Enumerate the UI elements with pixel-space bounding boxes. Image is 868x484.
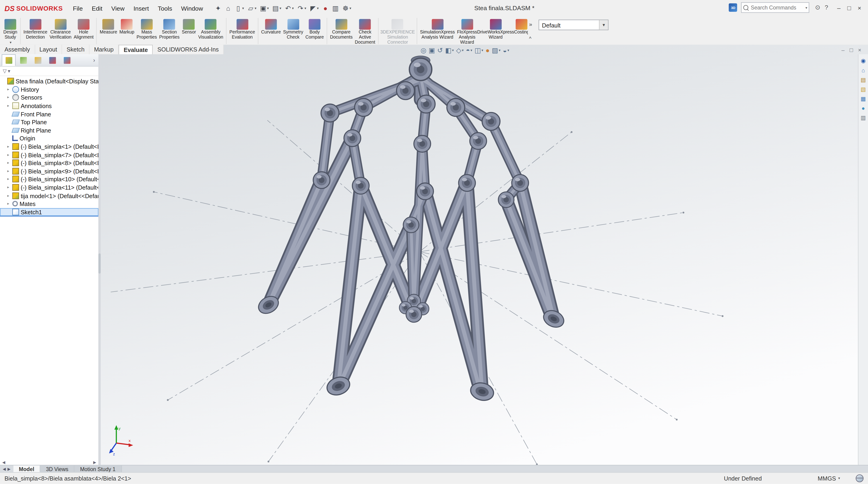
tree-item[interactable]: ▸ (-) Biela_simpla<7> (Default<Display S…	[0, 151, 98, 159]
graphics-viewport[interactable]: y x z ◎▾▣▾↺▾◧▾◇▾◓▾◫▾●▾▨▾◒▾ –□×	[101, 45, 868, 465]
panel-splitter[interactable]	[98, 54, 101, 465]
design-library-icon[interactable]: ▤	[861, 77, 866, 83]
user-account-icon[interactable]: ⊙	[813, 3, 822, 12]
document-minimize-icon[interactable]: –	[841, 47, 844, 53]
pin-icon[interactable]: ✦▾	[213, 4, 223, 13]
tab-solidworks-add-ins[interactable]: SOLIDWORKS Add-Ins	[153, 45, 224, 54]
driveworksxpress-wizard-button[interactable]: DriveWorksXpress Wizard ▾	[478, 18, 513, 44]
menu-item[interactable]: Insert	[129, 3, 153, 13]
costing-button[interactable]: Costing ▾	[513, 18, 528, 44]
expand-arrow-icon[interactable]: ▸	[7, 169, 12, 173]
globe-icon[interactable]	[856, 474, 864, 482]
zoom-to-fit-icon[interactable]: ◎▾	[421, 47, 426, 54]
maximize-button[interactable]: □	[844, 4, 855, 11]
tree-item[interactable]: ▸ (-) Biela_simpla<9> (Default<Display S…	[0, 167, 98, 175]
markup-button[interactable]: Markup ▾	[118, 18, 135, 44]
home-icon[interactable]: ⌂▾	[223, 4, 234, 13]
3d-views-tab[interactable]: 3D Views	[40, 465, 74, 473]
tree-filter[interactable]: ▽ ▾	[0, 66, 98, 76]
expand-arrow-icon[interactable]: ▸	[7, 202, 12, 206]
tree-item[interactable]: ▸ Sensors	[0, 93, 98, 101]
minimize-button[interactable]: –	[834, 4, 844, 11]
sensor-button[interactable]: Sensor ▾	[181, 18, 197, 44]
menu-item[interactable]: Edit	[87, 3, 107, 13]
performance-evaluation-button[interactable]: Performance Evaluation ▾	[228, 18, 258, 44]
document-restore-icon[interactable]: □	[849, 47, 853, 53]
section-properties-button[interactable]: Section Properties ▾	[158, 18, 181, 44]
menu-item[interactable]: View	[107, 3, 129, 13]
view-settings-icon[interactable]: ◒▾	[503, 47, 509, 54]
file-explorer-icon[interactable]: ▧	[861, 87, 866, 92]
tree-item[interactable]: ▸ Origin	[0, 134, 98, 143]
print-icon[interactable]: ▤▾	[271, 4, 283, 13]
close-button[interactable]: ×	[855, 4, 865, 11]
rebuild-icon[interactable]: ●▾	[320, 4, 331, 13]
tree-item[interactable]: ▸ Stea finala (Default<Display State-1>)	[0, 77, 98, 85]
tab-assembly[interactable]: Assembly	[0, 45, 35, 54]
undo-icon[interactable]: ↶▾	[283, 4, 296, 13]
edit-appearance-icon[interactable]: ●▾	[486, 47, 490, 54]
propertymanager-tab[interactable]	[16, 54, 30, 66]
menu-item[interactable]: Tools	[153, 3, 177, 13]
floxpress-analysis-wizard-button[interactable]: FloXpress Analysis Wizard ▾	[456, 18, 478, 44]
tab-evaluate[interactable]: Evaluate	[119, 45, 153, 54]
configurationmanager-tab[interactable]	[31, 54, 45, 66]
zoom-to-area-icon[interactable]: ▣▾	[429, 47, 435, 54]
expand-arrow-icon[interactable]: ▸	[7, 161, 12, 165]
curvature-button[interactable]: Curvature ▾	[260, 18, 282, 44]
tab-markup[interactable]: Markup	[90, 45, 119, 54]
3dexperience-simulation-connector-button[interactable]: 3DEXPERIENCE Simulation Connector ▾	[380, 18, 417, 44]
ribbon-collapse-button[interactable]: ^	[529, 36, 531, 41]
expand-arrow-icon[interactable]: ▸	[7, 185, 12, 189]
3dexperience-platform-button[interactable]: 3D	[729, 3, 737, 12]
tree-item[interactable]: ▸ Front Plane	[0, 110, 98, 118]
tree-item[interactable]: ▸ (-) Biela_simpla<11> (Default<Display …	[0, 183, 98, 191]
tree-item[interactable]: ▸ (-) Biela_simpla<8> (Default<Display S…	[0, 159, 98, 167]
apply-scene-icon[interactable]: ▨▾	[492, 47, 500, 54]
hole-alignment-button[interactable]: Hole Alignment ▾	[72, 18, 97, 44]
displaymanager-tab[interactable]	[60, 54, 74, 66]
new-document-icon[interactable]: ▯▾	[233, 4, 246, 13]
appearances-icon[interactable]: ●	[862, 106, 865, 111]
previous-view-icon[interactable]: ↺▾	[437, 47, 443, 54]
tree-item[interactable]: ▸ History	[0, 85, 98, 93]
motion-study-1-tab[interactable]: Motion Study 1	[74, 465, 122, 473]
search-input[interactable]	[750, 4, 805, 11]
expand-arrow-icon[interactable]: ▸	[7, 177, 12, 181]
scroll-right-icon[interactable]: ▶	[7, 467, 10, 471]
assembly-visualization-button[interactable]: Assembly Visualization ▾	[197, 18, 227, 44]
open-document-icon[interactable]: ▱▾	[246, 4, 258, 13]
expand-arrow-icon[interactable]: ▸	[7, 95, 12, 100]
mass-properties-button[interactable]: Mass Properties ▾	[135, 18, 158, 44]
3dexperience-marketplace-icon[interactable]: ◉	[861, 58, 866, 64]
featuremanager-tree-tab[interactable]	[2, 54, 16, 66]
tree-item[interactable]: ▸ (-) Biela_simpla<10> (Default<Display …	[0, 175, 98, 183]
viewport-canvas[interactable]: y x z	[101, 45, 859, 465]
section-view-icon[interactable]: ◧▾	[445, 47, 454, 54]
hide-show-items-icon[interactable]: ◫▾	[475, 47, 484, 54]
custom-properties-icon[interactable]: ▥	[861, 115, 866, 121]
scroll-left-icon[interactable]: ◀	[2, 460, 5, 465]
simulationxpress-analysis-wizard-button[interactable]: SimulationXpress Analysis Wizard ▾	[419, 18, 456, 44]
redo-icon[interactable]: ↷▾	[296, 4, 308, 13]
menu-item[interactable]: Window	[177, 3, 208, 13]
solidworks-resources-icon[interactable]: ⌂	[862, 68, 865, 73]
tab-layout[interactable]: Layout	[35, 45, 62, 54]
options-icon[interactable]: ☸▾	[341, 4, 353, 13]
clearance-verification-button[interactable]: Clearance Verification ▾	[49, 18, 73, 44]
select-cursor-icon[interactable]: ◤▾	[308, 4, 320, 13]
expand-arrow-icon[interactable]: ▸	[7, 87, 12, 92]
design-study-button[interactable]: Design Study ▾	[2, 18, 21, 44]
tree-item[interactable]: ▸ Top Plane	[0, 118, 98, 126]
unit-system-selector[interactable]: MMGS ▾	[818, 475, 840, 482]
tree-item[interactable]: ▸ Mates	[0, 200, 98, 208]
menu-item[interactable]: File	[68, 3, 87, 13]
measure-button[interactable]: Measure ▾	[99, 18, 118, 44]
expand-arrow-icon[interactable]: ▸	[7, 193, 12, 198]
help-icon[interactable]: ?	[823, 3, 830, 12]
scroll-right-icon[interactable]: ▶	[93, 460, 96, 465]
model-tab[interactable]: Model	[13, 465, 40, 473]
save-icon[interactable]: ▣▾	[258, 4, 271, 13]
expand-arrow-icon[interactable]: ▸	[7, 144, 12, 149]
view-orientation-icon[interactable]: ◇▾	[456, 47, 464, 54]
